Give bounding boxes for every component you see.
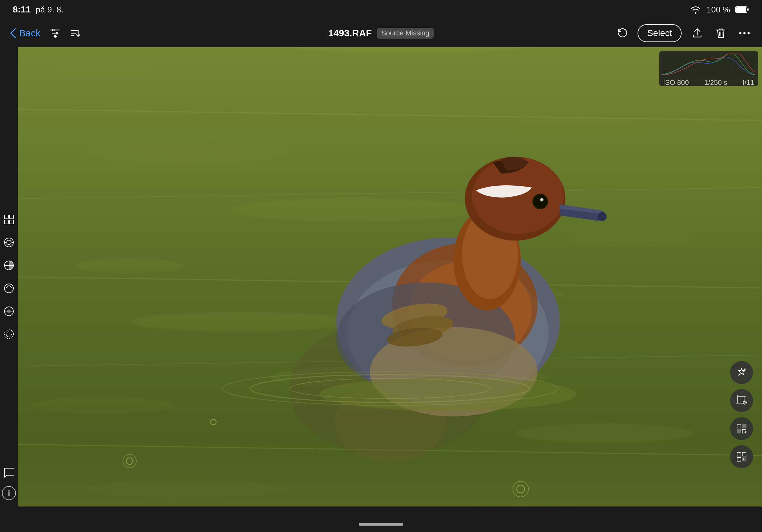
left-sidebar <box>0 47 18 506</box>
svg-point-18 <box>230 197 476 222</box>
back-button[interactable]: Back <box>10 28 40 39</box>
svg-point-83 <box>744 368 746 370</box>
svg-point-78 <box>4 284 13 293</box>
svg-point-47 <box>319 377 576 411</box>
svg-rect-88 <box>742 424 746 428</box>
svg-point-81 <box>4 330 13 339</box>
wifi-icon <box>690 5 701 14</box>
status-date: på 9. 8. <box>36 5 63 15</box>
svg-rect-92 <box>737 452 741 456</box>
svg-point-53 <box>534 195 547 208</box>
scroll-indicator <box>359 523 403 526</box>
filter-icon[interactable] <box>49 28 61 39</box>
svg-rect-93 <box>742 452 746 456</box>
svg-point-75 <box>7 240 11 245</box>
duck-photo-svg <box>18 47 762 506</box>
svg-point-7 <box>743 32 746 34</box>
info-button[interactable]: i <box>2 486 16 500</box>
source-missing-badge: Source Missing <box>377 28 434 38</box>
svg-rect-89 <box>737 429 741 433</box>
svg-rect-2 <box>747 8 749 11</box>
back-label: Back <box>19 28 40 38</box>
svg-rect-87 <box>737 424 741 428</box>
toolbar-left: Back <box>10 28 81 39</box>
effects-icon[interactable] <box>2 327 16 341</box>
status-right-area: 100 % <box>690 5 749 15</box>
svg-rect-72 <box>4 220 8 224</box>
plugins-icon[interactable] <box>2 212 16 227</box>
battery-level: 100 % <box>707 5 730 15</box>
svg-rect-73 <box>10 220 13 224</box>
svg-point-6 <box>739 32 741 34</box>
svg-point-84 <box>738 375 739 376</box>
svg-rect-70 <box>4 215 8 219</box>
photo-area <box>18 47 762 506</box>
histogram-chart <box>662 54 756 76</box>
exif-shutter: 1/250 s <box>704 79 727 87</box>
toolbar-right: Select <box>614 24 752 42</box>
more-button[interactable] <box>736 25 752 41</box>
battery-icon <box>735 6 749 13</box>
svg-point-16 <box>85 144 286 164</box>
histogram-panel: ISO 800 1/250 s f/11 <box>659 51 758 86</box>
svg-point-17 <box>498 117 655 135</box>
share-button[interactable] <box>689 25 705 41</box>
svg-point-14 <box>51 61 152 79</box>
svg-point-25 <box>515 423 694 443</box>
svg-point-74 <box>4 238 13 247</box>
status-time: 8:11 <box>13 4 31 15</box>
svg-point-55 <box>598 212 607 221</box>
adjustments-icon[interactable] <box>2 281 16 295</box>
toolbar-center: 1493.RAF Source Missing <box>328 28 434 38</box>
crop-rotate-button[interactable] <box>730 389 753 412</box>
svg-rect-1 <box>736 7 746 12</box>
toolbar: Back 1493.RAF Source Missing Select <box>0 19 762 47</box>
bottom-left-icons: i <box>0 466 18 500</box>
select-button[interactable]: Select <box>638 24 682 42</box>
comment-button[interactable] <box>2 466 16 480</box>
filename: 1493.RAF <box>328 28 372 38</box>
undo-button[interactable] <box>614 25 630 41</box>
mask-icon[interactable] <box>2 258 16 272</box>
svg-point-82 <box>6 332 12 337</box>
magic-wand-icon[interactable] <box>2 235 16 249</box>
svg-point-19 <box>74 258 186 273</box>
svg-rect-71 <box>10 215 13 219</box>
filter-button[interactable] <box>730 417 753 440</box>
exif-aperture: f/11 <box>742 79 754 87</box>
svg-point-21 <box>129 312 353 332</box>
histogram-exif: ISO 800 1/250 s f/11 <box>662 79 756 87</box>
svg-point-8 <box>748 32 750 34</box>
svg-rect-94 <box>737 457 741 461</box>
svg-point-20 <box>566 229 700 246</box>
svg-point-54 <box>540 198 544 202</box>
sort-icon[interactable] <box>70 28 81 39</box>
exif-iso: ISO 800 <box>663 79 689 87</box>
svg-point-26 <box>85 480 286 498</box>
right-float-buttons <box>730 361 753 468</box>
delete-button[interactable] <box>713 25 729 41</box>
export-button[interactable] <box>730 445 753 468</box>
color-icon[interactable] <box>2 304 16 318</box>
svg-point-23 <box>29 396 174 414</box>
status-bar: 8:11 på 9. 8. 100 % <box>0 0 762 19</box>
auto-enhance-button[interactable] <box>730 361 753 384</box>
